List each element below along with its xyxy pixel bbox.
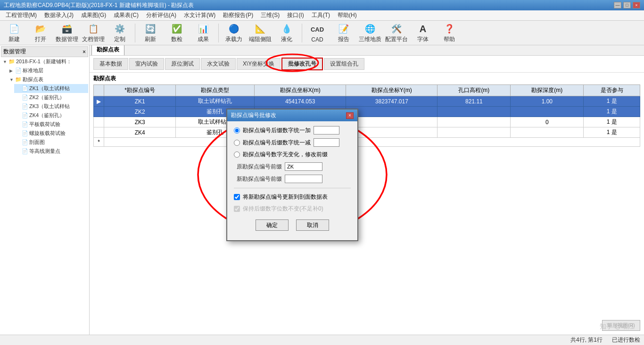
radio-opt2-label: 勘探点编号后缀数字统一减 — [243, 139, 311, 147]
input-add-value[interactable] — [314, 126, 339, 135]
dialog-buttons: 确定 取消 — [234, 217, 351, 236]
original-prefix-input[interactable] — [285, 162, 322, 171]
original-prefix-row: 原勘探点编号前缀 — [234, 162, 351, 171]
radio-row-1: 勘探点编号后缀数字统一加 — [234, 126, 351, 135]
batch-modify-dialog: 勘探点编号批修改 × 勘探点编号后缀数字统一加 勘探点编号后缀数字统一减 勘探点… — [226, 109, 358, 241]
cancel-button[interactable]: 取消 — [296, 219, 329, 231]
radio-opt2[interactable] — [234, 140, 240, 146]
input-subtract-value[interactable] — [314, 138, 339, 147]
new-prefix-row: 新勘探点编号前缀 — [234, 175, 351, 183]
radio-row-3: 勘探点编号数字无变化，修改前缀 — [234, 151, 351, 159]
radio-opt3-label: 勘探点编号数字无变化，修改前缀 — [243, 151, 328, 159]
original-prefix-label: 原勘探点编号前缀 — [237, 163, 282, 171]
checkbox-keep-digits-label: 保持后缀数字位数不变(不足补0) — [243, 205, 323, 213]
checkbox-row-2: 保持后缀数字位数不变(不足补0) — [234, 205, 351, 213]
checkbox-update-section-label: 将新勘探点编号更新到剖面数据表 — [243, 193, 328, 201]
dialog-close-button[interactable]: × — [346, 112, 354, 119]
checkbox-update-section[interactable] — [234, 194, 240, 200]
dialog-separator — [234, 188, 351, 188]
dialog-overlay: 勘探点编号批修改 × 勘探点编号后缀数字统一加 勘探点编号后缀数字统一减 勘探点… — [0, 0, 644, 345]
radio-row-2: 勘探点编号后缀数字统一减 — [234, 138, 351, 147]
confirm-button[interactable]: 确定 — [256, 219, 289, 231]
new-prefix-input[interactable] — [285, 175, 322, 183]
radio-opt1[interactable] — [234, 127, 240, 134]
dialog-body: 勘探点编号后缀数字统一加 勘探点编号后缀数字统一减 勘探点编号数字无变化，修改前… — [227, 121, 357, 240]
new-prefix-label: 新勘探点编号前缀 — [237, 175, 282, 183]
radio-opt3[interactable] — [234, 151, 240, 158]
radio-opt1-label: 勘探点编号后缀数字统一加 — [243, 126, 311, 135]
dialog-title-bar: 勘探点编号批修改 × — [227, 109, 357, 121]
checkbox-keep-digits — [234, 206, 240, 212]
dialog-title-text: 勘探点编号批修改 — [231, 111, 276, 119]
checkbox-row-1: 将新勘探点编号更新到剖面数据表 — [234, 193, 351, 201]
